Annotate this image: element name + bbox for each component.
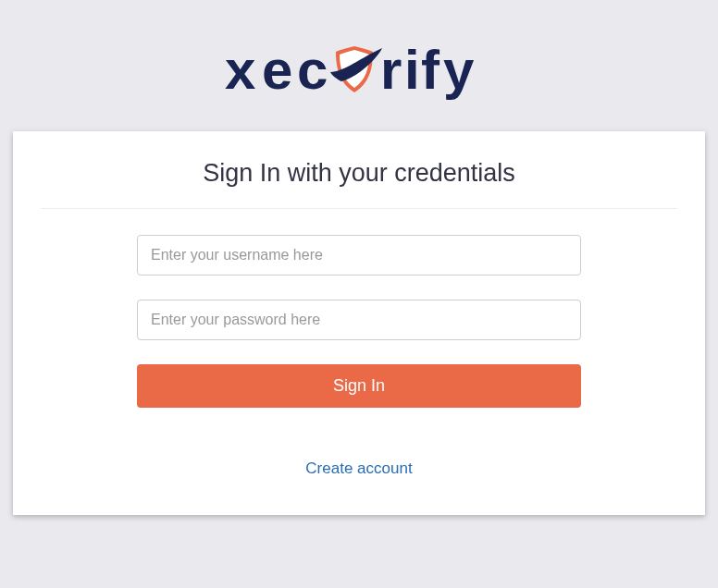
svg-text:r: r	[380, 39, 402, 101]
card-title: Sign In with your credentials	[41, 159, 677, 208]
create-account-container: Create account	[137, 459, 581, 478]
svg-text:f: f	[421, 39, 440, 101]
signin-card: Sign In with your credentials Sign In Cr…	[13, 131, 705, 515]
brand-logo: x e c r i f y	[225, 37, 493, 104]
password-input[interactable]	[137, 300, 581, 340]
signin-button[interactable]: Sign In	[137, 364, 581, 408]
signin-form: Sign In Create account	[137, 235, 581, 478]
svg-text:x: x	[225, 39, 255, 101]
svg-text:y: y	[443, 39, 475, 101]
divider	[41, 208, 677, 209]
svg-text:i: i	[404, 39, 420, 101]
create-account-link[interactable]: Create account	[305, 459, 412, 477]
logo-container: x e c r i f y	[0, 0, 718, 131]
xecurify-logo-svg: x e c r i f y	[225, 37, 493, 104]
svg-text:c: c	[297, 39, 328, 101]
shield-icon	[330, 46, 382, 92]
username-input[interactable]	[137, 235, 581, 276]
svg-text:e: e	[262, 39, 292, 101]
